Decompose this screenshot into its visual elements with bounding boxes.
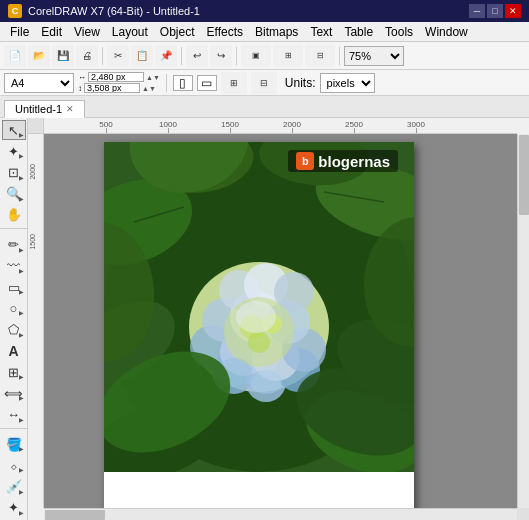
interactive-tool[interactable]: ✦ ▶	[2, 498, 26, 518]
menu-edit[interactable]: Edit	[35, 23, 68, 41]
table-icon: ⊞	[8, 365, 19, 380]
import-button[interactable]: ▣	[241, 45, 271, 67]
save-button[interactable]: 💾	[52, 45, 74, 67]
ellipse-tool[interactable]: ○ ▶	[2, 298, 26, 318]
tool-arrow-icon9: ▶	[19, 331, 24, 338]
shape-tool[interactable]: ✦ ▶	[2, 141, 26, 161]
window-controls: ─ □ ✕	[469, 4, 521, 18]
menu-bar: File Edit View Layout Object Effects Bit…	[0, 22, 529, 42]
rect-tool[interactable]: ▭ ▶	[2, 277, 26, 297]
menu-tools[interactable]: Tools	[379, 23, 419, 41]
menu-text[interactable]: Text	[304, 23, 338, 41]
cut-button[interactable]: ✂	[107, 45, 129, 67]
connector-tool[interactable]: ↔ ▶	[2, 404, 26, 424]
menu-effects[interactable]: Effects	[201, 23, 249, 41]
copy-button[interactable]: 📋	[131, 45, 153, 67]
scrollbar-vertical[interactable]	[517, 134, 529, 508]
menu-file[interactable]: File	[4, 23, 35, 41]
menu-layout[interactable]: Layout	[106, 23, 154, 41]
crop-icon: ⊡	[8, 165, 19, 180]
pan-icon: ✋	[6, 207, 22, 222]
tab-close-icon[interactable]: ✕	[66, 104, 74, 114]
ruler-vmark-2000: 2000	[29, 164, 36, 180]
open-button[interactable]: 📂	[28, 45, 50, 67]
polygon-tool[interactable]: ⬠ ▶	[2, 319, 26, 339]
width-icon: ↔	[78, 73, 86, 82]
canvas-image[interactable]: b blogernas	[104, 142, 414, 472]
tool-arrow-icon: ▶	[19, 131, 24, 138]
ellipse-icon: ○	[10, 301, 18, 316]
separator-4	[339, 47, 340, 65]
scroll-thumb-horizontal[interactable]	[45, 510, 105, 520]
select-tool[interactable]: ↖ ▶	[2, 120, 26, 140]
scrollbar-horizontal[interactable]	[44, 508, 517, 520]
tool-arrow-icon7: ▶	[19, 288, 24, 295]
hydrangea-svg	[104, 142, 414, 472]
zoom-dropdown[interactable]: 75% 50% 100% 200%	[344, 46, 404, 66]
svg-point-29	[248, 331, 270, 353]
rulers-button[interactable]: ⊟	[251, 72, 277, 94]
menu-object[interactable]: Object	[154, 23, 201, 41]
publish-button[interactable]: ⊟	[305, 45, 335, 67]
minimize-button[interactable]: ─	[469, 4, 485, 18]
eyedropper-tool[interactable]: 💉 ▶	[2, 476, 26, 496]
canvas-area: 500 1000 1500 2000 2500 3000 2000 1500	[28, 118, 529, 520]
undo-button[interactable]: ↩	[186, 45, 208, 67]
page-size-dropdown[interactable]: A4 A3 Letter	[4, 73, 74, 93]
menu-view[interactable]: View	[68, 23, 106, 41]
units-section: Units: pixels mm inches	[285, 73, 375, 93]
zoom-tool[interactable]: 🔍 ▶	[2, 184, 26, 204]
text-tool[interactable]: A	[2, 341, 26, 361]
redo-button[interactable]: ↪	[210, 45, 232, 67]
tool-arrow-icon11: ▶	[19, 394, 24, 401]
portrait-button[interactable]: ▯	[173, 75, 193, 91]
tab-bar: Untitled-1 ✕	[0, 96, 529, 118]
menu-bitmaps[interactable]: Bitmaps	[249, 23, 304, 41]
tab-untitled1[interactable]: Untitled-1 ✕	[4, 100, 85, 118]
print-button[interactable]: 🖨	[76, 45, 98, 67]
text-icon: A	[8, 343, 18, 359]
new-button[interactable]: 📄	[4, 45, 26, 67]
artistic-tool[interactable]: 〰 ▶	[2, 256, 26, 276]
menu-window[interactable]: Window	[419, 23, 474, 41]
ruler-horizontal: 500 1000 1500 2000 2500 3000	[44, 118, 517, 134]
tool-arrow-icon8: ▶	[19, 309, 24, 316]
tool-arrow-icon10: ▶	[19, 373, 24, 380]
tool-arrow-icon2: ▶	[19, 152, 24, 159]
export-button[interactable]: ⊞	[273, 45, 303, 67]
units-dropdown[interactable]: pixels mm inches	[320, 73, 375, 93]
property-bar: A4 A3 Letter ↔ ▲▼ ↕ ▲▼ ▯ ▭ ⊞ ⊟ Units: pi…	[0, 70, 529, 96]
freehand-tool[interactable]: ✏ ▶	[2, 235, 26, 255]
crop-tool[interactable]: ⊡ ▶	[2, 162, 26, 182]
smart-fill-tool[interactable]: ⬦ ▶	[2, 455, 26, 475]
tool-separator-1	[0, 228, 27, 231]
dim-tool[interactable]: ⟺ ▶	[2, 383, 26, 403]
tool-arrow-icon3: ▶	[19, 174, 24, 181]
freehand-icon: ✏	[8, 237, 19, 252]
svg-point-31	[250, 370, 282, 394]
menu-table[interactable]: Table	[338, 23, 379, 41]
ruler-vmark-1500: 1500	[29, 234, 36, 250]
width-spinner[interactable]: ▲▼	[146, 74, 160, 81]
close-button[interactable]: ✕	[505, 4, 521, 18]
landscape-button[interactable]: ▭	[197, 75, 217, 91]
tool-arrow-icon4: ▶	[19, 195, 24, 202]
pan-tool[interactable]: ✋	[2, 205, 26, 225]
tool-separator-2	[0, 428, 27, 431]
scrollbar-corner	[517, 508, 529, 520]
width-input[interactable]	[88, 72, 144, 82]
maximize-button[interactable]: □	[487, 4, 503, 18]
tool-arrow-icon12: ▶	[19, 416, 24, 423]
page-options-button[interactable]: ⊞	[221, 72, 247, 94]
tab-label: Untitled-1	[15, 103, 62, 115]
paste-button[interactable]: 📌	[155, 45, 177, 67]
height-input[interactable]	[84, 83, 140, 93]
select-icon: ↖	[8, 123, 19, 138]
scroll-thumb-vertical[interactable]	[519, 135, 529, 215]
height-spinner[interactable]: ▲▼	[142, 85, 156, 92]
separator-3	[236, 47, 237, 65]
tool-arrow-icon16: ▶	[19, 509, 24, 516]
svg-point-32	[236, 301, 276, 333]
table-tool[interactable]: ⊞ ▶	[2, 362, 26, 382]
fill-tool[interactable]: 🪣 ▶	[2, 434, 26, 454]
